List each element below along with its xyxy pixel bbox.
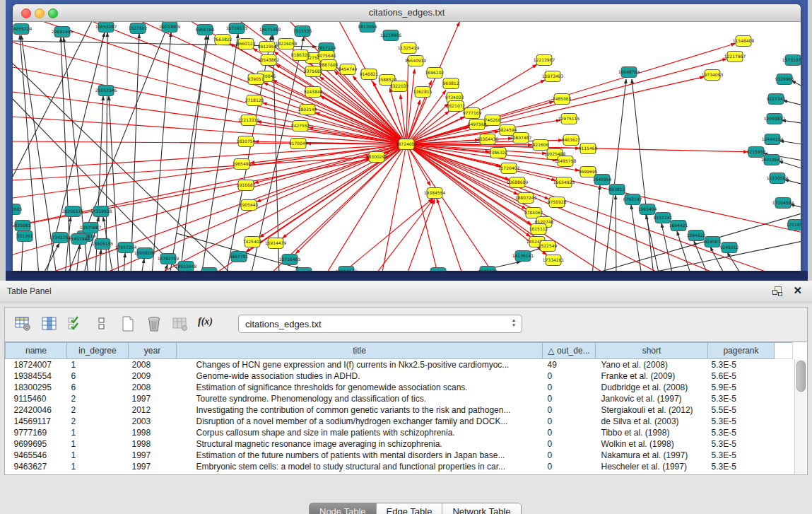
graph-node[interactable]: 1211056: [787, 220, 801, 230]
graph-node[interactable]: 6497568: [468, 119, 487, 130]
graph-node[interactable]: 1810754: [237, 136, 256, 147]
column-header-out_de[interactable]: △ out_de...: [543, 343, 596, 359]
graph-node[interactable]: 893812: [609, 185, 625, 195]
column-header-title[interactable]: title: [177, 343, 543, 359]
graph-node[interactable]: 1965492: [233, 159, 252, 170]
graph-node[interactable]: 1362815: [413, 87, 433, 98]
graph-node[interactable]: 9857791: [230, 252, 249, 262]
graph-node[interactable]: 24055724: [13, 24, 32, 35]
graph-node[interactable]: 12217967: [724, 52, 746, 62]
function-icon[interactable]: f(x): [198, 316, 218, 332]
graph-node[interactable]: 9777169: [463, 108, 482, 119]
graph-node[interactable]: 12444154: [762, 134, 784, 145]
graph-node[interactable]: 8454749: [339, 64, 358, 75]
graph-node[interactable]: 10958187: [134, 248, 156, 259]
graph-node[interactable]: 1905443: [240, 200, 259, 211]
window-title-bar[interactable]: citations_edges.txt: [13, 4, 801, 22]
graph-node[interactable]: 15505135: [92, 239, 114, 250]
graph-node[interactable]: 14671358: [259, 25, 281, 35]
graph-node[interactable]: 10688609: [507, 177, 529, 188]
column-header-year[interactable]: year: [129, 343, 177, 359]
table-row[interactable]: 911546021997Tourette syndrome. Phenomeno…: [6, 393, 793, 404]
graph-node[interactable]: 746266: [485, 115, 501, 126]
graph-node[interactable]: 1615112: [529, 224, 548, 235]
table-row[interactable]: 1456911722003Disruption of a novel membe…: [6, 416, 793, 427]
graph-node[interactable]: 15751074: [782, 55, 801, 66]
graph-node[interactable]: 7386322: [489, 148, 508, 158]
select-checks-icon[interactable]: [67, 316, 84, 332]
column-header-in_degree[interactable]: in_degree: [67, 343, 129, 359]
graph-node[interactable]: 8427552: [291, 121, 310, 132]
graph-node[interactable]: 19218986: [380, 30, 402, 41]
graph-node[interactable]: 11451944: [69, 234, 90, 245]
graph-node[interactable]: 10954622: [336, 267, 358, 271]
graph-node[interactable]: 8660123: [237, 39, 256, 49]
graph-node[interactable]: 18300295: [366, 152, 388, 163]
graph-node[interactable]: 1873345: [295, 268, 314, 271]
graph-node[interactable]: 9243848: [304, 87, 323, 98]
graph-node[interactable]: 18724007: [396, 139, 418, 150]
graph-node[interactable]: 14136141: [512, 251, 534, 262]
graph-node[interactable]: 6966160: [196, 25, 215, 35]
graph-node[interactable]: 16640910: [405, 56, 427, 66]
graph-node[interactable]: 2320605: [13, 204, 23, 215]
table-row[interactable]: 946362711997Embryonic stem cells: a mode…: [6, 461, 793, 472]
rows-icon[interactable]: [93, 316, 110, 332]
graph-node[interactable]: 17104594: [772, 198, 794, 209]
graph-node[interactable]: 10653287: [95, 22, 117, 33]
column-header-name[interactable]: name: [6, 343, 67, 359]
graph-node[interactable]: 6793197: [623, 194, 642, 205]
graph-node[interactable]: 12213319: [238, 115, 260, 126]
graph-node[interactable]: 1573308: [478, 267, 498, 271]
graph-node[interactable]: 10543862: [258, 55, 280, 66]
graph-node[interactable]: 18226058: [276, 39, 298, 49]
graph-node[interactable]: 924501: [705, 237, 721, 247]
graph-node[interactable]: 9227343: [767, 94, 786, 105]
trash-icon[interactable]: [146, 316, 163, 332]
graph-node[interactable]: 19384554: [424, 188, 446, 199]
graph-node[interactable]: 9756928: [548, 197, 567, 208]
tab-node-table[interactable]: Node Table: [310, 503, 377, 514]
graph-node[interactable]: 15495758: [555, 156, 577, 167]
table-row[interactable]: 946554611997Estimation of the future num…: [6, 450, 793, 461]
graph-node[interactable]: 10807487: [510, 133, 532, 144]
graph-node[interactable]: 1694421: [669, 221, 688, 231]
graph-node[interactable]: 8912954: [258, 42, 277, 52]
graph-node[interactable]: 1094622: [687, 230, 706, 241]
graph-node[interactable]: 939051: [248, 74, 264, 85]
graph-node[interactable]: 9375685: [304, 66, 323, 77]
graph-node[interactable]: 9329966: [775, 74, 794, 85]
graph-node[interactable]: 1993404: [638, 204, 657, 215]
table-row[interactable]: 1872400712008Changes of HCN gene express…: [6, 359, 793, 371]
table-row[interactable]: 2242004622012Investigating the contribut…: [6, 404, 793, 416]
graph-node[interactable]: 7485063: [553, 94, 572, 105]
graph-node[interactable]: 15716485: [279, 255, 301, 265]
table-settings-icon[interactable]: [15, 316, 32, 332]
graph-node[interactable]: 1092345: [200, 268, 219, 271]
table-selector-combo[interactable]: citations_edges.txt ▲▼: [238, 315, 522, 333]
graph-node[interactable]: 11325419: [398, 43, 420, 54]
graph-node[interactable]: 8215958: [747, 147, 766, 158]
graph-node[interactable]: 11548408: [733, 36, 755, 47]
graph-node[interactable]: 10719135: [226, 23, 248, 34]
graph-node[interactable]: 1696202: [425, 68, 445, 78]
graph-node[interactable]: 1640954: [593, 175, 612, 185]
graph-node[interactable]: 21053346: [95, 86, 117, 96]
graph-node[interactable]: 12210504: [767, 173, 789, 184]
graph-node[interactable]: 15720407: [498, 163, 520, 174]
graph-node[interactable]: 18807243: [515, 193, 537, 204]
graph-node[interactable]: 19734093: [702, 70, 724, 81]
graph-node[interactable]: 10973493: [542, 71, 564, 82]
graph-node[interactable]: 821606: [533, 140, 549, 151]
graph-node[interactable]: 12093832: [764, 114, 786, 124]
graph-node[interactable]: 960812: [443, 78, 459, 89]
graph-node[interactable]: 18923448: [175, 262, 197, 271]
vertical-scrollbar[interactable]: [794, 359, 806, 474]
graph-node[interactable]: 7663822: [213, 35, 233, 45]
table-column-icon[interactable]: [41, 316, 58, 332]
graph-node[interactable]: 8322037: [390, 81, 409, 92]
graph-node[interactable]: 9146821: [360, 69, 379, 80]
tab-edge-table[interactable]: Edge Table: [377, 503, 443, 514]
graph-node[interactable]: 16914479: [265, 238, 287, 249]
graph-node[interactable]: 10975887: [80, 223, 102, 233]
